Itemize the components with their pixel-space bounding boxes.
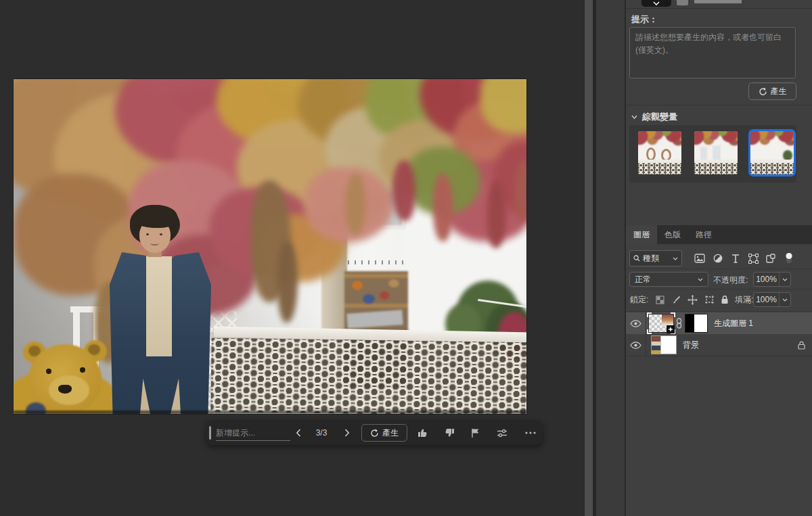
lock-position-button[interactable] xyxy=(685,289,699,310)
layer-visibility-toggle[interactable] xyxy=(626,312,646,334)
layers-panel-body: 種類 正常 xyxy=(626,244,812,516)
truncated-header-text xyxy=(694,0,742,3)
contextual-taskbar: 新增提示... 3/3 產生 xyxy=(206,421,543,445)
settings-sliders-icon xyxy=(497,429,508,438)
lock-pixels-button[interactable] xyxy=(669,289,683,310)
lock-all-button[interactable] xyxy=(718,289,731,310)
prompt-textarea[interactable]: 請描述您想要產生的內容，或者也可留白 (僅英文)。 xyxy=(629,27,796,78)
photo-decoration xyxy=(380,291,389,300)
layer-thumbnail[interactable] xyxy=(648,314,674,333)
eye-icon xyxy=(630,320,641,327)
padlock-icon xyxy=(721,295,729,304)
blend-mode-select[interactable]: 正常 xyxy=(629,272,708,287)
panel-tabbar: 圖層 色版 路徑 xyxy=(626,225,812,244)
next-variation-button[interactable] xyxy=(339,421,355,445)
thumbnail-decoration xyxy=(750,163,794,174)
divider xyxy=(626,311,812,312)
flower-blob xyxy=(392,160,415,221)
eye-icon xyxy=(630,342,641,349)
lock-artboard-button[interactable] xyxy=(702,289,716,310)
thumbnail-decoration xyxy=(638,131,681,148)
variation-thumbnail-1[interactable] xyxy=(638,131,681,174)
taskbar-generate-label: 產生 xyxy=(382,427,399,439)
opacity-label: 不透明度: xyxy=(713,275,748,286)
photo-decoration xyxy=(344,304,408,308)
tab-paths[interactable]: 路徑 xyxy=(688,225,719,244)
padlock-icon xyxy=(798,341,805,350)
thumbnail-decoration xyxy=(694,163,738,174)
teddy-bear xyxy=(80,367,85,373)
filter-toggle-icon xyxy=(785,252,793,264)
thumbs-up-button[interactable] xyxy=(413,421,431,445)
thumbnail-decoration xyxy=(647,329,652,334)
photo-decoration xyxy=(348,260,407,264)
move-icon xyxy=(687,295,698,305)
chevron-right-icon xyxy=(344,429,350,437)
layer-mask-thumbnail[interactable] xyxy=(685,314,708,333)
taskbar-prompt-input[interactable]: 新增提示... xyxy=(216,425,290,441)
document-scrollbar[interactable] xyxy=(584,0,593,516)
thumbnail-decoration xyxy=(712,145,721,161)
generate-button[interactable]: 產生 xyxy=(748,83,796,100)
mask-link-icon[interactable] xyxy=(676,318,682,329)
photo-decoration xyxy=(388,279,399,287)
thumbnail-decoration xyxy=(671,312,675,317)
layer-name[interactable]: 背景 xyxy=(683,339,699,351)
thumbs-down-button[interactable] xyxy=(441,421,458,445)
fill-input[interactable]: 100% xyxy=(753,292,791,307)
chevron-down-icon xyxy=(782,298,788,302)
tab-layers[interactable]: 圖層 xyxy=(626,225,657,244)
person xyxy=(160,233,162,235)
brush-icon xyxy=(672,296,681,304)
layer-thumbnail[interactable] xyxy=(651,335,677,354)
person xyxy=(146,256,172,356)
chevron-left-icon xyxy=(296,429,301,437)
generation-settings-button[interactable] xyxy=(493,421,511,445)
variation-thumbnail-3-selected[interactable] xyxy=(750,131,794,174)
right-panel: 提示： 請描述您想要產生的內容，或者也可留白 (僅英文)。 產生 綜觀變量 xyxy=(626,0,812,516)
layer-row-generated[interactable]: 生成圖層 1 xyxy=(626,312,812,334)
document-canvas[interactable] xyxy=(14,79,526,414)
layer-row-background[interactable]: 背景 xyxy=(626,334,812,356)
flower-blob xyxy=(345,174,365,235)
lock-transparency-button[interactable] xyxy=(653,289,667,310)
photoshop-window: 新增提示... 3/3 產生 xyxy=(0,0,812,516)
thumbnail-decoration xyxy=(750,131,794,148)
thumbnail-decoration xyxy=(638,163,681,174)
previous-variation-button[interactable] xyxy=(290,421,307,445)
layer-filter-kind-select[interactable]: 種類 xyxy=(629,250,682,266)
flower-blob xyxy=(514,160,526,221)
generative-badge-icon xyxy=(667,325,675,333)
more-options-button[interactable] xyxy=(522,421,539,445)
variations-label: 綜觀變量 xyxy=(642,111,677,123)
thumbnail-decoration xyxy=(700,146,708,161)
taskbar-generate-button[interactable]: 產生 xyxy=(361,424,407,442)
layer-name[interactable]: 生成圖層 1 xyxy=(714,318,753,329)
teddy-bear xyxy=(46,369,51,374)
divider xyxy=(626,356,812,356)
kind-label: 種類 xyxy=(643,253,659,264)
thumbnail-decoration xyxy=(647,312,652,317)
layer-visibility-toggle[interactable] xyxy=(626,334,646,356)
opacity-input[interactable]: 100% xyxy=(753,272,791,287)
report-flag-button[interactable] xyxy=(466,421,484,445)
background-lock-indicator xyxy=(798,341,805,350)
panel-dock-strip xyxy=(596,0,625,516)
person xyxy=(150,241,159,245)
chevron-down-icon xyxy=(673,257,678,260)
variations-header[interactable]: 綜觀變量 xyxy=(631,111,677,123)
more-dots-icon xyxy=(525,431,536,434)
variation-thumbnail-2[interactable] xyxy=(694,131,738,174)
photo-decoration xyxy=(344,274,408,278)
person xyxy=(146,233,149,235)
drag-handle[interactable] xyxy=(209,426,211,440)
variation-position-indicator: 3/3 xyxy=(308,421,335,445)
flag-icon xyxy=(471,428,480,438)
thumbnail-decoration xyxy=(646,147,656,161)
apply-dropdown-button[interactable] xyxy=(641,0,671,7)
lock-label: 鎖定: xyxy=(630,294,648,306)
generate-refresh-icon xyxy=(759,87,767,96)
shape-icon xyxy=(748,254,759,264)
thumbs-down-icon xyxy=(445,428,455,438)
tab-channels[interactable]: 色版 xyxy=(657,225,688,244)
